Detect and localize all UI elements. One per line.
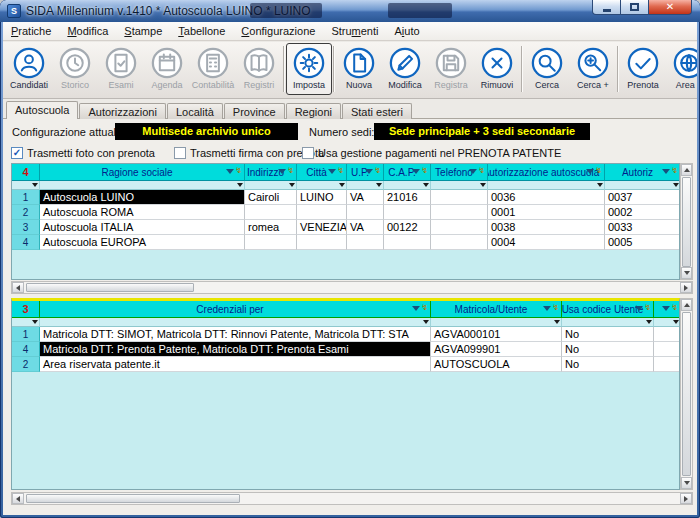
menu-item-stampe[interactable]: Stampe bbox=[116, 23, 170, 39]
scroll-thumb[interactable] bbox=[26, 494, 240, 503]
column-dropdown[interactable] bbox=[384, 181, 431, 190]
table-cell[interactable]: Autoscuola EUROPA bbox=[40, 235, 245, 250]
table-cell[interactable]: 0004 bbox=[488, 235, 605, 250]
menu-item-modifica[interactable]: Modifica bbox=[59, 23, 116, 39]
filter-funnel-icon[interactable] bbox=[328, 169, 336, 174]
column-dropdown[interactable] bbox=[12, 181, 40, 190]
table-cell[interactable] bbox=[297, 205, 347, 220]
table-cell[interactable]: VA bbox=[347, 220, 384, 235]
column-header-usa-codice-utente[interactable]: Usa codice Utente↯ bbox=[562, 301, 654, 318]
minimize-button[interactable] bbox=[592, 0, 621, 15]
prenota-button[interactable]: Prenota bbox=[620, 43, 666, 95]
table-cell[interactable]: Matricola DTT: Prenota Patente, Matricol… bbox=[40, 342, 431, 357]
sort-bolt-icon[interactable]: ↯ bbox=[421, 304, 428, 312]
row-number-cell[interactable]: 4 bbox=[12, 342, 40, 357]
row-number-cell[interactable]: 3 bbox=[12, 220, 40, 235]
column-dropdown[interactable] bbox=[654, 318, 680, 327]
table-cell[interactable] bbox=[347, 205, 384, 220]
column-dropdown[interactable] bbox=[562, 318, 654, 327]
row-number-cell[interactable]: 4 bbox=[12, 235, 40, 250]
scroll-left-button[interactable] bbox=[12, 493, 24, 504]
table-cell[interactable]: Autoscuola ITALIA bbox=[40, 220, 245, 235]
sort-bolt-icon[interactable]: ↯ bbox=[235, 167, 242, 175]
filter-funnel-icon[interactable] bbox=[662, 306, 670, 311]
table-cell[interactable]: VA bbox=[347, 190, 384, 205]
tab-stati-esteri[interactable]: Stati esteri bbox=[342, 103, 412, 119]
table-cell[interactable] bbox=[431, 220, 488, 235]
row-number-cell[interactable]: 1 bbox=[12, 327, 40, 342]
menu-item-aiuto[interactable]: Aiuto bbox=[386, 23, 427, 39]
filter-funnel-icon[interactable] bbox=[586, 169, 594, 174]
column-dropdown[interactable] bbox=[488, 181, 605, 190]
menu-item-tabellone[interactable]: Tabellone bbox=[170, 23, 233, 39]
column-dropdown[interactable] bbox=[40, 181, 245, 190]
checkbox-box[interactable]: ✓ bbox=[11, 147, 23, 159]
scroll-up-button[interactable] bbox=[681, 164, 692, 176]
table-cell[interactable] bbox=[384, 205, 431, 220]
row-number-cell[interactable]: 2 bbox=[12, 357, 40, 372]
column-dropdown[interactable] bbox=[297, 181, 347, 190]
table-cell[interactable]: Autoscuola ROMA bbox=[40, 205, 245, 220]
table-cell[interactable]: AGVA099901 bbox=[431, 342, 562, 357]
table-cell[interactable]: Autoscuola LUINO bbox=[40, 190, 245, 205]
row-count-cell[interactable]: 3 bbox=[12, 301, 40, 318]
column-header-autoriz[interactable]: Autoriz↯ bbox=[605, 164, 680, 181]
table-cell[interactable]: 0033 bbox=[605, 220, 680, 235]
table-cell[interactable]: Area riservata patente.it bbox=[40, 357, 431, 372]
close-button[interactable]: ✕ bbox=[648, 0, 692, 15]
filter-funnel-icon[interactable] bbox=[662, 169, 670, 174]
tab-localit[interactable]: Località bbox=[167, 103, 223, 119]
table-cell[interactable]: romea bbox=[245, 220, 297, 235]
candidati-button[interactable]: Candidati bbox=[6, 43, 52, 95]
table1-vertical-scrollbar[interactable] bbox=[680, 163, 693, 280]
table-cell[interactable] bbox=[654, 327, 680, 342]
column-dropdown[interactable] bbox=[431, 181, 488, 190]
column-header-matricola-utente[interactable]: Matricola/Utente↯ bbox=[431, 301, 562, 318]
column-dropdown[interactable] bbox=[245, 181, 297, 190]
sort-bolt-icon[interactable]: ↯ bbox=[671, 167, 678, 175]
sort-bolt-icon[interactable]: ↯ bbox=[552, 304, 559, 312]
table1-horizontal-scrollbar[interactable] bbox=[11, 281, 693, 294]
table-cell[interactable] bbox=[245, 205, 297, 220]
modifica-button[interactable]: Modifica bbox=[382, 43, 428, 95]
bottom-horizontal-scrollbar[interactable] bbox=[11, 492, 693, 505]
menu-item-strumenti[interactable]: Strumenti bbox=[323, 23, 386, 39]
column-dropdown[interactable] bbox=[12, 318, 40, 327]
tab-regioni[interactable]: Regioni bbox=[286, 103, 341, 119]
row-number-cell[interactable]: 2 bbox=[12, 205, 40, 220]
table-cell[interactable]: 0036 bbox=[488, 190, 605, 205]
table-cell[interactable]: VENEZIA bbox=[297, 220, 347, 235]
sort-bolt-icon[interactable]: ↯ bbox=[287, 167, 294, 175]
titlebar[interactable]: S SIDA Millennium v.1410 * Autoscuola LU… bbox=[0, 0, 700, 22]
sort-bolt-icon[interactable]: ↯ bbox=[337, 167, 344, 175]
table-cell[interactable]: 00122 bbox=[384, 220, 431, 235]
column-header-citt[interactable]: Città↯ bbox=[297, 164, 347, 181]
checkbox-box[interactable] bbox=[174, 147, 186, 159]
sort-bolt-icon[interactable]: ↯ bbox=[374, 167, 381, 175]
column-header-telefono[interactable]: Telefono↯ bbox=[431, 164, 488, 181]
table-cell[interactable]: AGVA000101 bbox=[431, 327, 562, 342]
table-cell[interactable] bbox=[347, 235, 384, 250]
column-dropdown[interactable] bbox=[347, 181, 384, 190]
cerca-button[interactable]: Cerca + bbox=[570, 43, 616, 95]
sort-bolt-icon[interactable]: ↯ bbox=[671, 304, 678, 312]
sort-bolt-icon[interactable]: ↯ bbox=[478, 167, 485, 175]
area-p-button[interactable]: Area p bbox=[666, 43, 697, 95]
table-cell[interactable] bbox=[654, 357, 680, 372]
filter-funnel-icon[interactable] bbox=[543, 306, 551, 311]
cerca-button[interactable]: Cerca bbox=[524, 43, 570, 95]
tab-autoscuola[interactable]: Autoscuola bbox=[6, 101, 78, 119]
column-header-ragione-sociale[interactable]: Ragione sociale↯ bbox=[40, 164, 245, 181]
tab-province[interactable]: Province bbox=[224, 103, 285, 119]
row-number-cell[interactable]: 1 bbox=[12, 190, 40, 205]
table-cell[interactable] bbox=[431, 190, 488, 205]
table-cell[interactable]: 0001 bbox=[488, 205, 605, 220]
column-dropdown[interactable] bbox=[40, 318, 431, 327]
menu-item-configurazione[interactable]: Configurazione bbox=[233, 23, 323, 39]
table-cell[interactable]: Matricola DTT: SIMOT, Matricola DTT: Rin… bbox=[40, 327, 431, 342]
scroll-left-button[interactable] bbox=[12, 282, 24, 293]
scroll-thumb[interactable] bbox=[682, 177, 691, 267]
scroll-thumb[interactable] bbox=[682, 312, 691, 476]
table-cell[interactable]: No bbox=[562, 327, 654, 342]
table2-vertical-scrollbar[interactable] bbox=[680, 298, 693, 490]
